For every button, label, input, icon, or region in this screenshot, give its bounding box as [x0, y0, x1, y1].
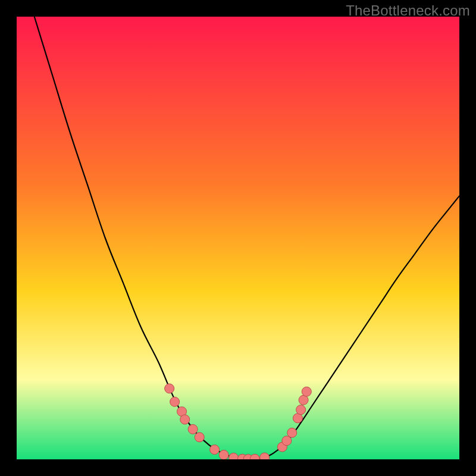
data-marker	[287, 428, 297, 437]
data-marker	[180, 415, 190, 424]
chart-svg	[17, 17, 459, 459]
data-marker	[299, 395, 308, 405]
data-marker	[195, 433, 204, 442]
chart-frame: TheBottleneck.com	[0, 0, 476, 476]
data-marker	[293, 414, 302, 423]
plot-area	[17, 17, 459, 459]
gradient-background	[17, 17, 459, 459]
data-marker	[260, 453, 270, 459]
data-marker	[165, 384, 174, 393]
data-marker	[170, 397, 180, 406]
watermark-text: TheBottleneck.com	[346, 2, 470, 19]
data-marker	[302, 387, 311, 396]
data-marker	[210, 445, 220, 455]
data-marker	[219, 450, 228, 459]
data-marker	[296, 405, 306, 415]
data-marker	[188, 424, 198, 434]
